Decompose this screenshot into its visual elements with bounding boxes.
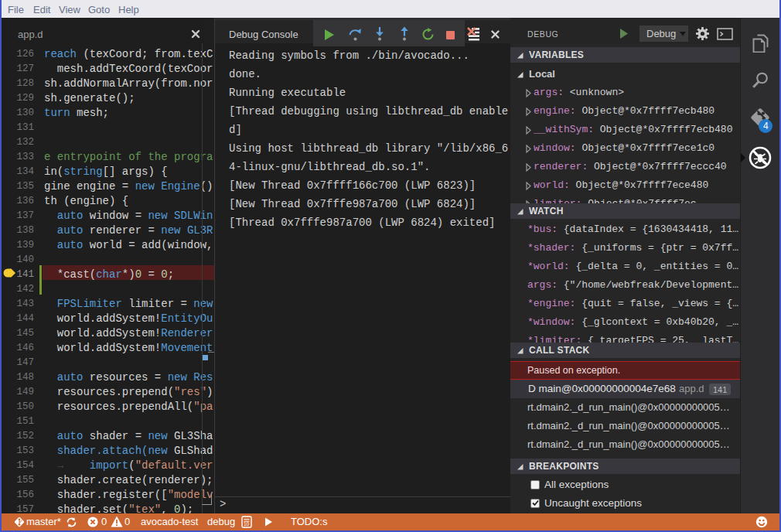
- svg-text:10: 10: [244, 521, 250, 527]
